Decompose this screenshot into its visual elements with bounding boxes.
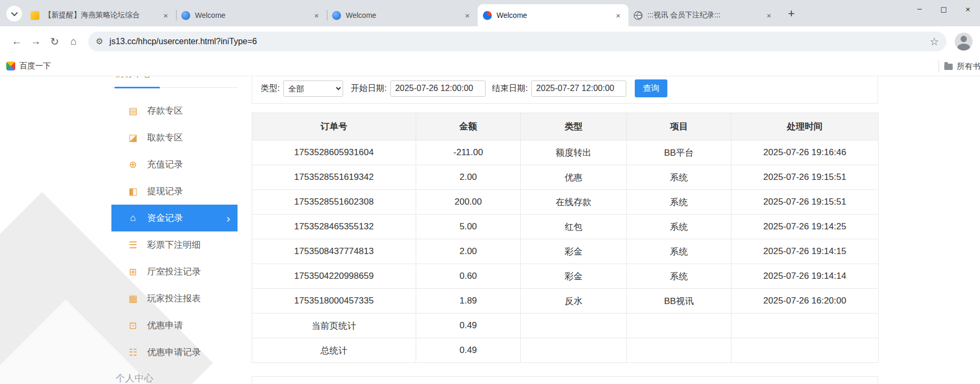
table-cell: 当前页统计 [252, 314, 416, 338]
table-cell [731, 338, 879, 363]
type-select[interactable]: 全部 [283, 80, 343, 97]
table-cell: 1753528605931604 [252, 140, 416, 165]
window-controls: ─ □ × [907, 0, 980, 18]
column-header: 金额 [416, 113, 521, 140]
table-cell: BB平台 [627, 140, 731, 165]
forward-button[interactable]: → [26, 32, 45, 51]
table-row: 1753528551602308200.00在线存款系统2025-07-26 1… [252, 190, 879, 215]
table-cell: 5.00 [416, 215, 521, 239]
tabs-container: 【新提醒】海燕策略论坛综合×Welcome×Welcome×Welcome×::… [25, 0, 779, 26]
hall-bet-record-icon: ⊞ [127, 266, 139, 278]
home-button[interactable]: ⌂ [64, 32, 83, 51]
table-cell: 在线存款 [521, 190, 627, 215]
player-bet-report-icon: ▦ [127, 293, 139, 305]
sidebar-item[interactable]: ⊡优惠申请 [111, 312, 238, 339]
profile-avatar[interactable] [955, 33, 973, 50]
column-header: 项目 [627, 113, 731, 140]
table-row: 1753528605931604-211.00额度转出BB平台2025-07-2… [252, 140, 879, 165]
back-button[interactable]: ← [7, 32, 26, 51]
reload-button[interactable]: ↻ [45, 32, 64, 51]
main-content: 类型: 全部 开始日期: 结束日期: 查询 订单号金额类型项目处理时间 1753… [252, 76, 878, 384]
tab-close-icon[interactable]: × [462, 11, 472, 21]
sidebar-item[interactable]: ⊞厅室投注记录 [111, 258, 238, 285]
sidebar-menu: ▤存款专区◪取款专区⊕充值记录◧提现记录⌂资金记录›☰彩票下注明细⊞厅室投注记录… [111, 97, 238, 366]
table-cell: 2.00 [416, 239, 521, 264]
tab-close-icon[interactable]: × [613, 11, 623, 21]
table-cell [627, 314, 731, 338]
cashout-record-icon: ◧ [127, 186, 139, 197]
pagination-panel [252, 376, 878, 384]
table-row: 17535284653551325.00红包系统2025-07-26 19:14… [252, 215, 879, 239]
table-cell: 总统计 [252, 338, 416, 363]
sidebar-item[interactable]: ◪取款专区 [111, 124, 238, 151]
sidebar-item[interactable]: ☰彩票下注明细 [111, 231, 238, 258]
end-date-input[interactable] [531, 80, 626, 97]
all-bookmarks-button[interactable]: 所有书签 [938, 60, 980, 73]
site-settings-icon[interactable]: ⚙ [96, 36, 103, 46]
sidebar-item-label: 优惠申请记录 [147, 346, 201, 358]
url-bar[interactable]: ⚙ js13.cc/hhcp/usercenter.html?iniType=6… [88, 32, 946, 52]
bookmark-label: 百度一下 [19, 61, 51, 71]
sidebar-item[interactable]: ◧提现记录 [111, 178, 238, 205]
sidebar-item[interactable]: ▤存款专区 [111, 97, 238, 124]
records-table: 订单号金额类型项目处理时间 1753528605931604-211.00额度转… [252, 113, 879, 363]
sidebar-item[interactable]: ▦玩家投注报表 [111, 285, 238, 312]
tab-title: Welcome [497, 11, 610, 19]
page-content: 财务中心 ▤存款专区◪取款专区⊕充值记录◧提现记录⌂资金记录›☰彩票下注明细⊞厅… [0, 76, 980, 384]
sidebar-item[interactable]: ⊕充值记录 [111, 151, 238, 178]
maximize-button[interactable]: □ [932, 0, 956, 18]
tab-title: 【新提醒】海燕策略论坛综合 [44, 11, 158, 20]
sidebar-item-label: 厅室投注记录 [147, 266, 201, 278]
tab-title: Welcome [195, 11, 308, 19]
table-header-row: 订单号金额类型项目处理时间 [252, 113, 879, 140]
tab-close-icon[interactable]: × [161, 11, 171, 21]
start-date-input[interactable] [390, 80, 486, 97]
table-cell: 系统 [627, 215, 731, 239]
table-cell: BB视讯 [627, 289, 731, 314]
query-button[interactable]: 查询 [635, 79, 667, 97]
table-body: 1753528605931604-211.00额度转出BB平台2025-07-2… [252, 140, 879, 363]
sidebar-item-label: 取款专区 [147, 132, 183, 144]
table-cell: 2025-07-26 19:16:46 [731, 140, 879, 165]
sidebar-item[interactable]: ⌂资金记录› [111, 205, 238, 231]
tab-search-chevron-button[interactable] [6, 6, 22, 22]
browser-tab[interactable]: :::视讯 会员下注纪录:::× [628, 4, 779, 26]
funds-record-icon: ⌂ [127, 213, 139, 224]
sidebar-section-finance: 财务中心 [111, 76, 238, 88]
globe-favicon [634, 11, 643, 20]
sidebar-item-label: 存款专区 [147, 105, 183, 117]
sidebar-item[interactable]: ☷优惠申请记录 [111, 339, 238, 366]
table-cell: 2025-07-26 19:14:25 [731, 215, 879, 239]
table-cell: 2025-07-26 19:15:51 [731, 190, 879, 215]
browser-toolbar: ← → ↻ ⌂ ⚙ js13.cc/hhcp/usercenter.html?i… [0, 26, 980, 56]
column-header: 订单号 [252, 113, 416, 140]
chevron-down-icon [11, 9, 18, 16]
table-row: 17535084377748132.00彩金系统2025-07-26 19:14… [252, 239, 879, 264]
recharge-record-icon: ⊕ [127, 159, 139, 170]
browser-tab[interactable]: Welcome× [176, 4, 327, 26]
table-cell: 2025-07-26 19:14:15 [731, 239, 879, 264]
bookmark-baidu[interactable]: 百度一下 [6, 61, 51, 71]
table-cell: 0.49 [416, 338, 521, 363]
minimize-button[interactable]: ─ [907, 0, 932, 18]
table-cell: 200.00 [416, 190, 521, 215]
table-row: 17535285516193422.00优惠系统2025-07-26 19:15… [252, 165, 879, 190]
table-cell: 2.00 [416, 165, 521, 190]
table-cell: 彩金 [521, 264, 627, 289]
table-cell [627, 338, 731, 363]
browser-tab[interactable]: Welcome× [478, 4, 628, 26]
sidebar-section-personal-label: 个人中心 [111, 372, 238, 384]
tab-close-icon[interactable]: × [312, 11, 322, 21]
close-button[interactable]: × [956, 0, 980, 18]
table-row: 总统计0.49 [252, 338, 879, 363]
start-date-label: 开始日期: [350, 83, 386, 94]
sidebar-section-finance-label: 财务中心 [116, 76, 151, 80]
site-favicon [181, 11, 190, 20]
bookmarks-bar: 百度一下 所有书签 [0, 56, 980, 76]
browser-tab[interactable]: Welcome× [327, 4, 478, 26]
new-tab-button[interactable]: + [783, 6, 799, 22]
bookmark-star-icon[interactable]: ☆ [930, 35, 939, 48]
browser-tab[interactable]: 【新提醒】海燕策略论坛综合× [25, 4, 176, 26]
promo-apply-icon: ⊡ [127, 320, 139, 331]
tab-close-icon[interactable]: × [764, 11, 774, 21]
